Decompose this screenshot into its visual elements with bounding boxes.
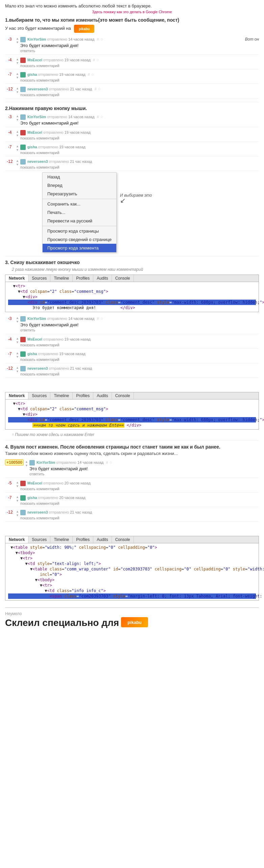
devtools-tab-network[interactable]: Network (5, 275, 28, 282)
comment-row: -4 ▲ ▼ MsExcel отправлено 19 часов назад… (5, 335, 259, 349)
devtools-tab-audits[interactable]: Audits (93, 275, 112, 282)
vote-up[interactable]: ▲ (16, 495, 19, 499)
vote-down[interactable]: ▼ (16, 514, 19, 517)
vote-arrows: ▲ ▼ (16, 87, 19, 94)
vote-up[interactable]: ▲ (16, 58, 19, 61)
devtools-tab-console[interactable]: Console (112, 275, 134, 282)
devtools-tab-timeline[interactable]: Timeline (50, 275, 73, 282)
devtools-tab-sources-2[interactable]: Sources (28, 392, 50, 399)
vote-down[interactable]: ▼ (16, 41, 19, 44)
devtools-tab-timeline-2[interactable]: Timeline (50, 392, 73, 399)
show-comment-link[interactable]: показать комментарий (20, 136, 259, 140)
context-menu-inspect[interactable]: Просмотр кода элемента (43, 244, 116, 252)
comment-row: -7 ▲ ▼ gisha отправлено 19 часов назад п… (5, 350, 259, 363)
show-comment-link[interactable]: показать комментарий (20, 343, 259, 347)
vote-up[interactable]: ▲ (16, 37, 19, 41)
vote-up[interactable]: ▲ (16, 351, 19, 355)
devtools-line: ▼<table style="width: 90%;" cellspacing=… (8, 545, 256, 550)
vote-up[interactable]: ▲ (16, 337, 19, 341)
vote-down[interactable]: ▼ (16, 320, 19, 324)
vote-arrows: ▲ ▼ (25, 460, 28, 468)
pikabu-logo-img-footer: pikabu (121, 617, 148, 627)
devtools-tab-console-3[interactable]: Console (112, 536, 134, 543)
vote-up[interactable]: ▲ (16, 87, 19, 90)
show-comment-link[interactable]: показать комментарий (20, 501, 259, 505)
vote-up[interactable]: ▲ (16, 145, 19, 148)
vote-up[interactable]: ▲ (16, 510, 19, 514)
vote-down[interactable]: ▼ (16, 134, 19, 137)
vote-arrows: ▲ ▼ (16, 114, 19, 122)
sent-label: отправлено (43, 481, 64, 485)
username: MsExcel (27, 337, 42, 341)
reply-link[interactable]: ответить (20, 328, 35, 332)
vote-up[interactable]: ▲ (16, 481, 19, 484)
username: neverseen3 (27, 366, 48, 370)
callout-von: Вот он (245, 37, 259, 42)
vote-up[interactable]: ▲ (16, 130, 19, 134)
devtools-tab-sources-3[interactable]: Sources (28, 536, 50, 543)
show-comment-link[interactable]: показать комментарий (20, 151, 259, 155)
comment-score: -5 (5, 481, 15, 485)
devtools-tab-network-3[interactable]: Network (5, 536, 28, 543)
context-menu-print[interactable]: Печать... (43, 208, 116, 217)
comment-meta: KinYorSim отправлено 14 часов назад # ☆ (20, 316, 259, 322)
comment-meta: gisha отправлено 19 часов назад (20, 351, 259, 357)
devtools-tab-console-2[interactable]: Console (112, 392, 134, 399)
context-menu-forward[interactable]: Вперед (43, 181, 116, 190)
vote-down[interactable]: ▼ (16, 148, 19, 152)
vote-down[interactable]: ▼ (16, 90, 19, 94)
vote-down[interactable]: ▼ (16, 370, 19, 373)
devtools-tab-sources[interactable]: Sources (28, 275, 50, 282)
reply-link[interactable]: ответить (20, 49, 35, 53)
devtools-tab-timeline-3[interactable]: Timeline (50, 536, 73, 543)
vote-up[interactable]: ▲ (16, 159, 19, 163)
vote-down[interactable]: ▼ (16, 499, 19, 503)
vote-down[interactable]: ▼ (16, 118, 19, 122)
vote-down[interactable]: ▼ (16, 341, 19, 344)
comment-body: KinYorSim отправлено 14 часов назад # ☆ … (20, 37, 242, 53)
show-comment-link[interactable]: показать комментарий (20, 516, 259, 520)
step2-section: 2.Нажимаем правую кнопку мыши. -3 ▲ ▼ Ki… (5, 106, 259, 253)
show-comment-link[interactable]: показать комментарий (20, 78, 259, 82)
intro-section: Мало кто знал что можно изменять абсолют… (5, 3, 259, 14)
vote-up[interactable]: ▲ (16, 72, 19, 76)
avatar (20, 87, 26, 92)
vote-up[interactable]: ▲ (25, 460, 28, 464)
devtools-tab-profiles-2[interactable]: Profiles (73, 392, 93, 399)
show-comment-link[interactable]: показать комментарий (20, 357, 259, 362)
username: KinYorSim (27, 115, 46, 119)
vote-up[interactable]: ▲ (16, 316, 19, 320)
devtools-tab-network-2[interactable]: Network (5, 392, 28, 399)
devtools-tab-profiles[interactable]: Profiles (73, 275, 93, 282)
devtools-tabs-3: Network Sources Timeline Profiles Audits… (5, 536, 259, 543)
avatar (20, 316, 26, 322)
vote-down[interactable]: ▼ (16, 355, 19, 359)
devtools-tab-audits-3[interactable]: Audits (93, 536, 112, 543)
show-comment-link[interactable]: показать комментарий (20, 165, 259, 169)
context-menu-translate[interactable]: Перевести на русский (43, 217, 116, 225)
comment-time: 20 часов назад (65, 481, 91, 485)
vote-up[interactable]: ▲ (16, 366, 19, 370)
vote-down[interactable]: ▼ (25, 464, 28, 468)
context-menu-reload[interactable]: Перезагрузить (43, 190, 116, 198)
context-menu-back[interactable]: Назад (43, 173, 116, 181)
comment-meta: neverseen3 отправлено 21 час назад (20, 159, 259, 165)
show-comment-link[interactable]: показать комментарий (20, 487, 259, 491)
vote-down[interactable]: ▼ (16, 61, 19, 65)
step3-annotation: 2 раза нажимаем левую кнопку мыши и изме… (12, 267, 259, 272)
show-comment-link[interactable]: показать комментарий (20, 64, 259, 68)
reply-link[interactable]: ответить (29, 472, 44, 476)
devtools-line: Это будет комментарий дня! </div> (8, 305, 256, 310)
context-menu-view-source[interactable]: Просмотр кода страницы (43, 227, 116, 235)
vote-up[interactable]: ▲ (16, 114, 19, 118)
show-comment-link[interactable]: показать комментарий (20, 372, 259, 376)
vote-down[interactable]: ▼ (16, 76, 19, 80)
devtools-tab-profiles-3[interactable]: Profiles (73, 536, 93, 543)
vote-down[interactable]: ▼ (16, 484, 19, 488)
context-menu-page-info[interactable]: Просмотр сведений о странице (43, 235, 116, 244)
devtools-tab-audits-2[interactable]: Audits (93, 392, 112, 399)
footer-title: Склеил специально для (5, 617, 119, 628)
context-menu-save[interactable]: Сохранить как... (43, 200, 116, 208)
vote-down[interactable]: ▼ (16, 163, 19, 167)
show-comment-link[interactable]: показать комментарий (20, 93, 259, 97)
